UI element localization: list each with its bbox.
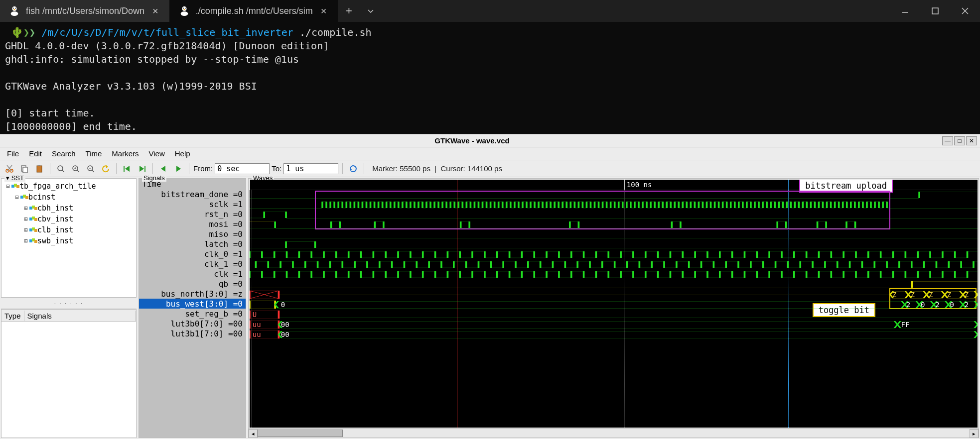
signal-row[interactable]: clk_1 =0 <box>139 259 246 269</box>
scroll-left-icon[interactable]: ◂ <box>249 429 258 438</box>
minimize-button[interactable] <box>890 0 920 22</box>
signal-row[interactable]: qb =0 <box>139 279 246 289</box>
svg-marker-36 <box>161 166 165 172</box>
svg-point-6 <box>180 11 188 16</box>
close-icon[interactable]: × <box>150 5 160 17</box>
module-icon <box>29 217 37 221</box>
goto-start-icon[interactable] <box>121 162 134 175</box>
bus-value-label: 00 <box>281 330 289 338</box>
waveform-canvas[interactable]: 100 ns bitstream upload toggle bit ZZZZZ… <box>250 180 978 428</box>
undo-zoom-icon[interactable] <box>99 162 112 175</box>
wave-row <box>250 210 978 220</box>
bus-value-label: Z <box>929 291 933 299</box>
wave-row <box>250 200 978 210</box>
menu-view[interactable]: View <box>145 148 169 159</box>
signal-row[interactable]: mosi =0 <box>139 219 246 229</box>
maximize-button[interactable] <box>920 0 950 22</box>
signal-list[interactable]: Time bitstream_done =0sclk =1rst_n =0mos… <box>139 179 246 438</box>
tab-menu-chevron-icon[interactable] <box>360 0 382 22</box>
paste-icon[interactable] <box>33 162 46 175</box>
next-edge-icon[interactable] <box>172 162 185 175</box>
close-icon[interactable]: × <box>319 5 329 17</box>
tree-item[interactable]: ⊞cbv_inst <box>2 214 135 224</box>
signal-row[interactable]: rst_n =0 <box>139 209 246 219</box>
menu-help[interactable]: Help <box>171 148 194 159</box>
signal-row[interactable]: lut3b1[7:0] =00 <box>139 329 246 338</box>
signal-row[interactable]: miso =0 <box>139 229 246 239</box>
pane-resize-handle[interactable]: · · · · · · <box>0 299 138 308</box>
signal-row[interactable]: clk_0 =1 <box>139 249 246 259</box>
wave-row <box>250 320 978 329</box>
bus-value-label: 00 <box>281 321 289 329</box>
filter-col-signals[interactable]: Signals <box>24 311 136 321</box>
waves-pane: Waves 100 ns bitstream upload toggle bit <box>247 177 980 439</box>
to-input[interactable] <box>283 163 338 174</box>
zoom-fit-icon[interactable] <box>54 162 67 175</box>
from-input[interactable] <box>215 163 270 174</box>
hierarchy-tree[interactable]: ⊟tb_fpga_arch_tile⊟bcinst⊞cbh_inst⊞cbv_i… <box>1 179 136 297</box>
filter-col-type[interactable]: Type <box>1 311 24 321</box>
bus-value-label: 0 <box>281 301 285 309</box>
maximize-button[interactable]: □ <box>954 136 965 145</box>
zoom-out-icon[interactable] <box>84 162 97 175</box>
tux-icon <box>9 5 20 16</box>
signal-row[interactable]: bitstream_done =0 <box>139 189 246 199</box>
tree-item[interactable]: ⊞swb_inst <box>2 235 135 246</box>
reload-icon[interactable] <box>347 162 360 175</box>
minimize-button[interactable]: — <box>942 136 953 145</box>
menu-search[interactable]: Search <box>48 148 80 159</box>
tree-item[interactable]: ⊟bcinst <box>2 192 135 203</box>
horizontal-scrollbar[interactable]: ◂ ▸ <box>249 429 979 438</box>
module-icon <box>29 227 37 232</box>
module-icon <box>11 184 19 189</box>
signal-row[interactable]: lut3b0[7:0] =00 <box>139 319 246 329</box>
window-title: GTKWave - wave.vcd <box>3 136 941 145</box>
tree-item[interactable]: ⊞clb_inst <box>2 224 135 235</box>
signal-row[interactable]: bus_west[3:0] =0 <box>139 299 246 309</box>
signal-row[interactable]: sclk =1 <box>139 199 246 209</box>
svg-point-22 <box>58 166 63 171</box>
sst-pane: ▾ SST ⊟tb_fpga_arch_tile⊟bcinst⊞cbh_inst… <box>0 177 138 439</box>
new-tab-button[interactable]: + <box>338 0 360 22</box>
goto-end-icon[interactable] <box>136 162 148 175</box>
terminal-output[interactable]: 🌵❯❯ /m/c/U/s/D/F/m/v/t/full_slice_bit_in… <box>0 22 980 137</box>
svg-rect-20 <box>37 166 42 172</box>
menu-edit[interactable]: Edit <box>25 148 46 159</box>
signal-row[interactable]: latch =0 <box>139 239 246 249</box>
bus-value-label: 2 <box>965 301 969 309</box>
wave-row <box>250 260 978 270</box>
gtkwave-titlebar: GTKWave - wave.vcd — □ ✕ <box>0 134 980 147</box>
bus-value-label: U <box>253 311 257 319</box>
zoom-in-icon[interactable] <box>69 162 82 175</box>
close-button[interactable] <box>950 0 980 22</box>
signal-row[interactable]: bus_north[3:0] =z <box>139 289 246 299</box>
bus-value-label: 0 <box>950 301 954 309</box>
signal-row[interactable]: clk =1 <box>139 269 246 279</box>
signal-filter-header: Type Signals <box>1 309 136 322</box>
menu-markers[interactable]: Markers <box>108 148 142 159</box>
copy-icon[interactable] <box>18 162 31 175</box>
terminal-window: fish /mnt/c/Users/simon/Down × ./compile… <box>0 0 980 134</box>
svg-rect-21 <box>38 165 40 166</box>
wave-row <box>250 230 978 240</box>
scroll-right-icon[interactable]: ▸ <box>970 429 979 438</box>
tree-item[interactable]: ⊟tb_fpga_arch_tile <box>2 181 135 192</box>
wave-row <box>250 190 978 200</box>
tree-item[interactable]: ⊞cbh_inst <box>2 203 135 214</box>
menu-time[interactable]: Time <box>82 148 106 159</box>
close-button[interactable]: ✕ <box>966 136 977 145</box>
terminal-tab-0[interactable]: fish /mnt/c/Users/simon/Down × <box>0 0 170 22</box>
bus-value-label: Z <box>911 291 915 299</box>
terminal-tab-1[interactable]: ./compile.sh /mnt/c/Users/sim × <box>170 0 338 22</box>
menu-file[interactable]: File <box>3 148 23 159</box>
terminal-tab-1-label: ./compile.sh /mnt/c/Users/sim <box>196 6 313 16</box>
bus-value-label: FF <box>901 321 910 329</box>
signal-row[interactable]: set_reg_b =0 <box>139 309 246 319</box>
gtkwave-window: GTKWave - wave.vcd — □ ✕ File Edit Searc… <box>0 134 980 439</box>
wave-row <box>250 310 978 320</box>
prev-edge-icon[interactable] <box>157 162 170 175</box>
svg-rect-32 <box>124 166 125 172</box>
signal-filter-list[interactable] <box>1 322 136 438</box>
bus-value-label: 2 <box>935 301 939 309</box>
cut-icon[interactable] <box>3 162 16 175</box>
